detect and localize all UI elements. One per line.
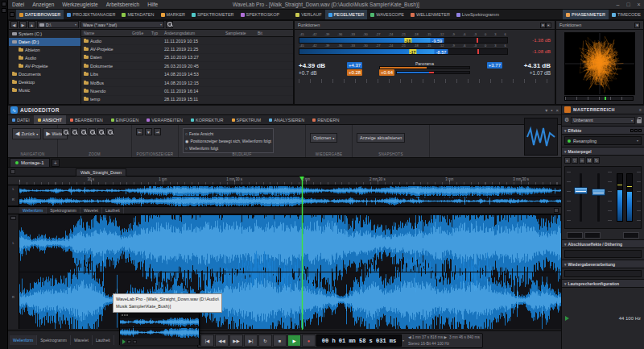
dock-tab[interactable]: LiveSpektrogramm — [453, 10, 502, 19]
layout-icon[interactable] — [10, 12, 14, 17]
tree-item[interactable]: Music — [9, 86, 80, 94]
meter-pin-icon[interactable]: ▪ — [546, 23, 551, 28]
view-tab[interactable]: Wavelet — [80, 207, 102, 214]
transport-button-stop[interactable]: ■ — [273, 334, 287, 347]
phase-settings-icon[interactable]: ▾ — [634, 23, 640, 28]
dock-tab[interactable]: SPEKTROSKOP — [237, 10, 283, 19]
panel-close-icon[interactable]: × — [555, 108, 559, 113]
menu-item[interactable]: Anzeigen — [28, 2, 58, 7]
playhead-cursor[interactable] — [302, 177, 303, 330]
file-row-Libs[interactable]: Libs 14.08.2019 14:53 — [81, 70, 293, 78]
lock-icon[interactable] — [637, 119, 642, 123]
col-type[interactable]: Typ — [151, 31, 164, 35]
scroll-mode-option[interactable]: ◉Positionszeiger bewegt sich, Wellenform… — [185, 137, 271, 144]
dock-tab[interactable]: PHASENMETER — [563, 10, 609, 19]
col-samplerate[interactable]: Samplerate — [225, 31, 258, 35]
channel-menu-icon[interactable] — [10, 216, 16, 220]
zoom-selection-icon[interactable] — [80, 128, 87, 135]
scroll-mode-option[interactable]: ○Feste Ansicht — [185, 130, 271, 137]
maximize-button[interactable]: □ — [623, 1, 634, 9]
file-row-Audio[interactable]: Audio 11.11.2019 10:15 — [81, 37, 293, 45]
col-name[interactable]: Name — [84, 31, 132, 35]
col-bit[interactable]: Bit — [258, 31, 267, 35]
fader-value-left[interactable] — [567, 232, 583, 239]
time-format-icon[interactable]: ▾ — [402, 339, 404, 343]
tree-item[interactable]: Ableton — [9, 46, 80, 54]
cursor-end-icon[interactable]: ⇥ — [154, 128, 161, 135]
editor-tab[interactable]: DATEI — [8, 115, 34, 124]
time-display[interactable]: 00 h 01 mn 58 s 031 ms — [316, 334, 402, 347]
time-ruler[interactable]: 30 s1 mn1 mn 30 s2 mn2 mn 30 s3 mn3 mn 3… — [8, 177, 561, 185]
dock-icon[interactable] — [2, 2, 6, 6]
main-waveform[interactable] — [19, 214, 561, 329]
view-tab[interactable]: Spektrogramm — [37, 335, 71, 345]
transport-button-go-end[interactable]: ▶| — [244, 334, 258, 347]
up-icon[interactable]: ▲ — [28, 21, 35, 28]
dock-tab[interactable]: WELLENMETER — [407, 10, 453, 19]
forward-icon[interactable]: ▶ — [19, 21, 27, 28]
back-button[interactable]: ◀Zurück▾ — [12, 128, 41, 139]
fader-handle-right[interactable] — [592, 189, 605, 196]
path-combobox[interactable]: D:\▾ — [37, 21, 79, 28]
editor-tab[interactable]: KORREKTUR — [187, 115, 228, 124]
zoom-out-icon[interactable] — [71, 128, 78, 135]
zoom-in-icon[interactable] — [62, 128, 69, 135]
fader-value-right[interactable] — [584, 232, 601, 239]
playback-processing-header[interactable]: ▾Wiedergabeverarbeitung — [562, 260, 644, 268]
menu-item[interactable]: Datei — [8, 2, 28, 7]
dock-tab[interactable]: TIMECODE — [609, 10, 644, 19]
overview-view[interactable]: L R — [8, 185, 561, 206]
scroll-mode-option[interactable]: ○Wellenform folgt — [185, 144, 271, 152]
panel-float-icon[interactable]: ▪ — [551, 108, 552, 113]
new-tab-button[interactable]: + — [52, 159, 60, 167]
mute-icon[interactable]: M — [586, 157, 592, 164]
close-button[interactable]: × — [634, 1, 644, 9]
tree-item[interactable]: Audio — [9, 54, 80, 62]
dock-tab[interactable]: MARKER — [158, 10, 189, 19]
gear-icon[interactable]: ⚙ — [564, 117, 569, 123]
cursor-center-icon[interactable]: ▼ — [145, 128, 152, 135]
editor-tab[interactable]: BEARBEITEN — [66, 115, 107, 124]
view-tab[interactable]: Lautheit — [102, 207, 124, 214]
editor-tab[interactable]: RENDERN — [308, 115, 343, 124]
transport-button-fast-forward[interactable]: ▶▶ — [229, 334, 243, 347]
speaker-config-header[interactable]: ▾Lautsprecherkonfiguration — [562, 279, 644, 288]
main-view[interactable]: L R — [8, 214, 561, 329]
dock-tab[interactable]: METADATEN — [118, 10, 157, 19]
master-menu-icon[interactable]: ≡ — [639, 107, 642, 112]
transport-button-loop[interactable]: ↻ — [258, 334, 272, 347]
tree-item[interactable]: Desktop — [9, 78, 80, 86]
overview-waveform[interactable] — [19, 185, 561, 206]
dock-tab[interactable]: DATEIBROWSER — [16, 10, 64, 19]
view-tab[interactable]: Wellenform — [19, 207, 47, 214]
dock-icon[interactable] — [2, 8, 6, 13]
dock-tab[interactable]: WAVESCOPE — [367, 10, 407, 19]
meter-peak-value[interactable] — [623, 232, 639, 239]
file-filter-combobox[interactable]: Wave (*.wav *.bwf)▾ — [80, 21, 164, 28]
transport-button-play[interactable]: ▶ — [287, 334, 301, 347]
options-button[interactable]: Optionen▾ — [310, 133, 337, 143]
unlink-icon[interactable]: ∞ — [579, 157, 585, 164]
tree-item[interactable]: Documents — [9, 70, 80, 78]
final-effects-header[interactable]: ▾Abschlusseffekte / Dithering — [562, 239, 644, 248]
panel-collapse-icon[interactable]: ▾ — [545, 107, 547, 113]
file-row-temp[interactable]: temp 28.11.2019 15:11 — [81, 96, 293, 104]
file-row-MoBus[interactable]: MoBus 14.08.2019 12:15 — [81, 79, 293, 87]
col-size[interactable]: Größe — [132, 31, 151, 35]
view-settings-icon[interactable] — [554, 208, 559, 213]
menu-item[interactable]: Hilfe — [143, 2, 162, 7]
view-tab[interactable]: Wavelet — [71, 335, 93, 345]
file-row-Dokumente[interactable]: Dokumente 26.03.2019 20:45 — [81, 62, 293, 70]
clip-menu-icon[interactable] — [10, 169, 15, 174]
transport-button-record[interactable]: ● — [302, 334, 316, 347]
dock-tab[interactable]: SPEKTROMETER — [188, 10, 237, 19]
editor-tab[interactable]: VERARBEITEN — [142, 115, 187, 124]
transport-button-rewind[interactable]: ◀◀ — [215, 334, 229, 347]
effects-header[interactable]: ▾Effekte — [562, 126, 644, 135]
power-led-icon[interactable] — [568, 139, 571, 143]
dithering-slot[interactable] — [564, 250, 642, 258]
refresh-display-button[interactable]: Anzeige aktualisieren — [357, 133, 405, 143]
view-tab[interactable]: Lautheit — [93, 335, 114, 345]
zoom-fit-icon[interactable] — [89, 128, 96, 135]
editor-tab[interactable]: ANSICHT — [34, 115, 66, 124]
